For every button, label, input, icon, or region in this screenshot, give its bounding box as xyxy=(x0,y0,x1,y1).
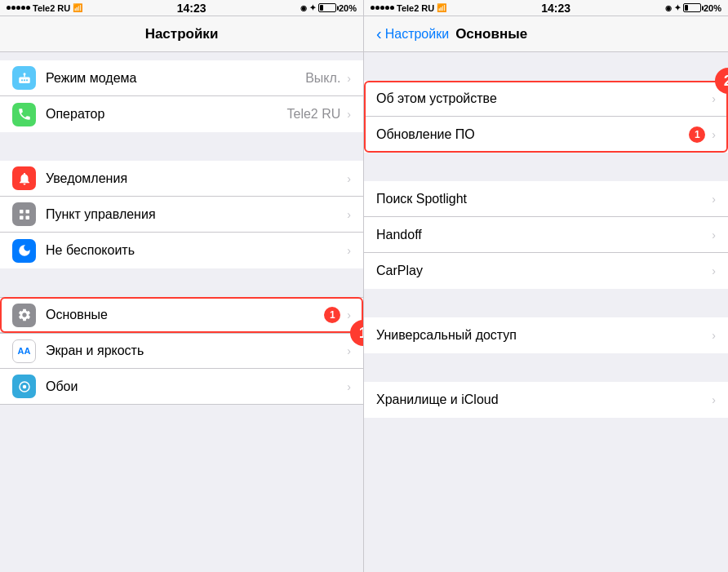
general-badge: 1 xyxy=(324,307,340,323)
software-highlight-wrapper: Об этом устройстве › Обновление ПО 1 › 2 xyxy=(364,81,728,153)
general-highlight-wrapper: Основные 1 › 1 xyxy=(0,297,363,333)
section-about: Об этом устройстве › Обновление ПО 1 › xyxy=(364,81,728,153)
left-settings-list: Режим модема Выкл. › Оператор Tele2 RU ›… xyxy=(0,52,363,572)
left-status-bar: Tele2 RU 📶 14:23 ◉ ✦ 20% xyxy=(0,0,363,16)
dot5 xyxy=(26,6,30,10)
left-nav-bar: Настройки xyxy=(0,16,363,52)
right-status-right: ◉ ✦ 20% xyxy=(665,3,721,13)
phone-svg xyxy=(17,107,32,122)
section-storage: Хранилище и iCloud › xyxy=(364,382,728,418)
back-label: Настройки xyxy=(385,27,449,42)
r-dot2 xyxy=(375,6,380,10)
battery-fill xyxy=(320,5,323,11)
storage-chevron: › xyxy=(712,393,716,406)
list-item[interactable]: Оператор Tele2 RU › xyxy=(0,96,363,132)
notifications-label: Уведомления xyxy=(46,171,345,186)
r-battery-icon xyxy=(683,3,701,12)
handoff-label: Handoff xyxy=(376,228,710,242)
gear-svg xyxy=(17,308,32,322)
svg-rect-9 xyxy=(25,215,29,219)
about-chevron: › xyxy=(712,92,716,105)
list-item[interactable]: Пункт управления › xyxy=(0,197,363,233)
software-chevron: › xyxy=(712,128,716,141)
r-gap2 xyxy=(364,153,728,181)
right-settings-list: Об этом устройстве › Обновление ПО 1 › 2… xyxy=(364,52,728,572)
carplay-item[interactable]: CarPlay › xyxy=(364,253,728,289)
carplay-chevron: › xyxy=(712,264,716,277)
list-item[interactable]: Об этом устройстве › xyxy=(364,81,728,117)
gap2 xyxy=(0,132,363,161)
right-carrier: Tele2 RU xyxy=(397,3,434,13)
list-item[interactable]: Режим модема Выкл. › xyxy=(0,60,363,96)
display-label: Экран и яркость xyxy=(46,344,345,358)
aa-text: AA xyxy=(18,346,31,356)
svg-rect-8 xyxy=(20,215,24,219)
signal-dots xyxy=(7,6,30,10)
section-accessibility: Универсальный доступ › xyxy=(364,317,728,353)
battery-pct: 20% xyxy=(339,3,357,13)
right-phone-panel: Tele2 RU 📶 14:23 ◉ ✦ 20% ‹ Настройки Осн… xyxy=(364,0,728,572)
list-item[interactable]: AA Экран и яркость › xyxy=(0,333,363,369)
storage-item[interactable]: Хранилище и iCloud › xyxy=(364,382,728,418)
wifi-icon: 📶 xyxy=(73,3,82,12)
spotlight-chevron: › xyxy=(712,193,716,206)
svg-point-11 xyxy=(22,384,26,388)
right-nav-title: Основные xyxy=(455,26,527,42)
left-carrier: Tele2 RU xyxy=(33,3,70,13)
r-battery-pct: 20% xyxy=(704,3,721,13)
general-item[interactable]: Основные 1 › xyxy=(0,297,363,333)
general-icon xyxy=(12,304,36,327)
svg-point-1 xyxy=(20,79,22,81)
r-dot4 xyxy=(385,6,389,10)
battery-icon xyxy=(318,3,336,12)
modem-chevron: › xyxy=(347,72,351,85)
right-status-bar: Tele2 RU 📶 14:23 ◉ ✦ 20% xyxy=(364,0,728,16)
software-update-item[interactable]: Обновление ПО 1 › xyxy=(364,117,728,153)
wallpaper-chevron: › xyxy=(347,380,351,393)
r-location-icon: ◉ xyxy=(665,4,672,12)
section-spotlight: Поиск Spotlight › Handoff › CarPlay › xyxy=(364,181,728,289)
accessibility-chevron: › xyxy=(712,329,716,342)
svg-point-2 xyxy=(23,79,24,81)
list-item[interactable]: Не беспокоить › xyxy=(0,233,363,268)
operator-chevron: › xyxy=(347,108,351,121)
accessibility-label: Универсальный доступ xyxy=(376,328,710,343)
operator-label: Оператор xyxy=(46,107,287,122)
handoff-chevron: › xyxy=(712,228,716,242)
modem-svg xyxy=(17,71,32,86)
r-gap3 xyxy=(364,289,728,317)
control-svg xyxy=(17,207,32,222)
r-wifi-icon: 📶 xyxy=(437,3,446,12)
bluetooth-icon: ✦ xyxy=(309,3,316,12)
control-icon xyxy=(12,202,36,226)
dnd-chevron: › xyxy=(347,244,351,257)
control-label: Пункт управления xyxy=(46,207,345,222)
location-icon: ◉ xyxy=(300,4,307,12)
modem-value: Выкл. xyxy=(305,71,340,86)
list-item[interactable]: Уведомления › xyxy=(0,161,363,197)
right-time: 14:23 xyxy=(541,2,570,15)
back-button[interactable]: ‹ Настройки xyxy=(376,27,449,42)
accessibility-item[interactable]: Универсальный доступ › xyxy=(364,317,728,353)
list-item[interactable]: Обои › xyxy=(0,369,363,405)
dnd-icon xyxy=(12,239,36,263)
list-item[interactable]: Поиск Spotlight › xyxy=(364,181,728,217)
storage-label: Хранилище и iCloud xyxy=(376,392,710,407)
svg-rect-7 xyxy=(25,210,29,214)
right-status-left: Tele2 RU 📶 xyxy=(371,3,446,13)
software-label: Обновление ПО xyxy=(376,127,689,142)
bell-svg xyxy=(17,171,32,186)
operator-value: Tele2 RU xyxy=(287,107,341,122)
modem-icon xyxy=(12,66,36,90)
dot1 xyxy=(7,6,11,10)
dnd-label: Не беспокоить xyxy=(46,243,345,258)
dot2 xyxy=(11,6,16,10)
right-nav-bar: ‹ Настройки Основные xyxy=(364,16,728,52)
handoff-item[interactable]: Handoff › xyxy=(364,217,728,253)
r-dot3 xyxy=(380,6,384,10)
r-battery-fill xyxy=(685,5,688,11)
r-signal-dots xyxy=(371,6,394,10)
notifications-icon xyxy=(12,166,36,190)
r-gap4 xyxy=(364,353,728,382)
general-label: Основные xyxy=(46,308,324,322)
